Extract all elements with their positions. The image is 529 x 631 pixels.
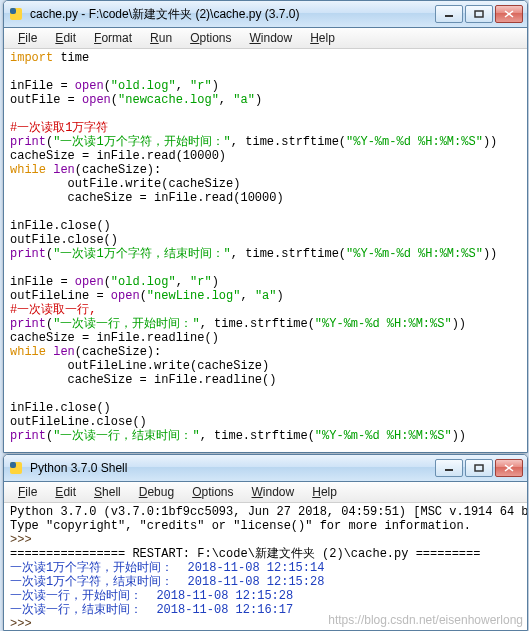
minimize-button[interactable] xyxy=(435,459,463,477)
svg-rect-7 xyxy=(10,462,16,468)
menu-debug[interactable]: Debug xyxy=(131,484,182,500)
svg-rect-1 xyxy=(10,8,16,14)
menu-shell[interactable]: Shell xyxy=(86,484,129,500)
menu-options[interactable]: Options xyxy=(184,484,241,500)
maximize-button[interactable] xyxy=(465,459,493,477)
menu-edit[interactable]: Edit xyxy=(47,30,84,46)
menu-window[interactable]: Window xyxy=(244,484,303,500)
menu-window[interactable]: Window xyxy=(242,30,301,46)
menu-file[interactable]: File xyxy=(10,30,45,46)
code-area[interactable]: import time inFile = open("old.log", "r"… xyxy=(4,49,527,445)
shell-output[interactable]: Python 3.7.0 (v3.7.0:1bf9cc5093, Jun 27 … xyxy=(4,503,527,631)
menu-run[interactable]: Run xyxy=(142,30,180,46)
svg-rect-9 xyxy=(475,465,483,471)
menu-format[interactable]: Format xyxy=(86,30,140,46)
close-button[interactable] xyxy=(495,5,523,23)
shell-window: Python 3.7.0 Shell FileEditShellDebugOpt… xyxy=(3,454,528,631)
svg-rect-3 xyxy=(475,11,483,17)
editor-titlebar[interactable]: cache.py - F:\code\新建文件夹 (2)\cache.py (3… xyxy=(4,1,527,28)
menu-options[interactable]: Options xyxy=(182,30,239,46)
shell-menubar: FileEditShellDebugOptionsWindowHelp xyxy=(4,482,527,503)
maximize-button[interactable] xyxy=(465,5,493,23)
editor-window: cache.py - F:\code\新建文件夹 (2)\cache.py (3… xyxy=(3,0,528,453)
menu-help[interactable]: Help xyxy=(302,30,343,46)
shell-title: Python 3.7.0 Shell xyxy=(30,461,435,475)
menu-help[interactable]: Help xyxy=(304,484,345,500)
menu-edit[interactable]: Edit xyxy=(47,484,84,500)
watermark: https://blog.csdn.net/eisenhowerlong xyxy=(328,613,523,627)
editor-menubar: FileEditFormatRunOptionsWindowHelp xyxy=(4,28,527,49)
editor-title: cache.py - F:\code\新建文件夹 (2)\cache.py (3… xyxy=(30,6,435,23)
close-button[interactable] xyxy=(495,459,523,477)
minimize-button[interactable] xyxy=(435,5,463,23)
python-file-icon xyxy=(8,6,24,22)
python-icon xyxy=(8,460,24,476)
menu-file[interactable]: File xyxy=(10,484,45,500)
shell-titlebar[interactable]: Python 3.7.0 Shell xyxy=(4,455,527,482)
